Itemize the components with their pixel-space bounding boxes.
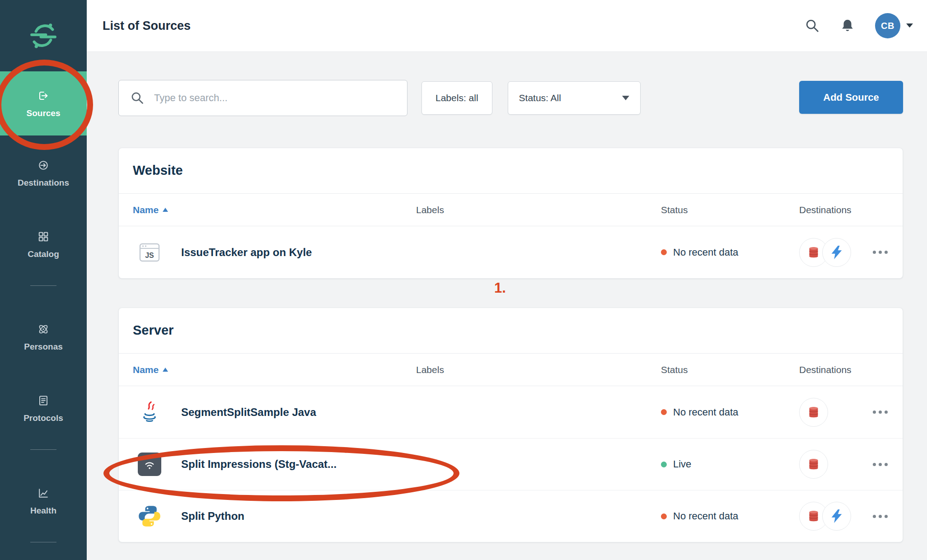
column-header-labels: Labels bbox=[416, 364, 661, 375]
column-header-status: Status bbox=[661, 364, 799, 375]
sidebar-item-catalog[interactable]: Catalog bbox=[0, 229, 87, 259]
notifications-button[interactable] bbox=[840, 18, 855, 33]
personas-atom-icon bbox=[36, 322, 51, 336]
status-text: No recent data bbox=[673, 406, 738, 418]
sort-ascending-icon bbox=[163, 208, 168, 212]
destinations-icon bbox=[36, 158, 51, 173]
table-row-split-impressions[interactable]: Split Impressions (Stg-Vacat... Live bbox=[119, 438, 903, 490]
bell-icon bbox=[840, 18, 855, 33]
protocols-document-icon bbox=[36, 393, 51, 408]
sidebar-divider bbox=[30, 542, 56, 542]
status-cell: No recent data bbox=[661, 247, 799, 258]
filters-toolbar: Labels: all Status: All Add Source bbox=[118, 80, 903, 116]
table-row-java[interactable]: SegmentSplitSample Java No recent data bbox=[119, 386, 903, 438]
source-name: IssueTracker app on Kyle bbox=[181, 246, 312, 259]
sidebar-item-label: Protocols bbox=[23, 413, 63, 423]
catalog-grid-icon bbox=[36, 229, 51, 244]
column-header-destinations: Destinations bbox=[799, 364, 889, 375]
health-chart-icon bbox=[36, 486, 51, 500]
status-dot-alert bbox=[661, 249, 667, 255]
source-name-cell: Split Impressions (Stg-Vacat... bbox=[133, 453, 416, 476]
segment-logo-icon bbox=[30, 22, 57, 49]
sidebar-divider bbox=[30, 285, 56, 286]
labels-filter-button[interactable]: Labels: all bbox=[421, 81, 492, 115]
column-header-labels: Labels bbox=[416, 205, 661, 215]
status-cell: Live bbox=[661, 458, 799, 470]
status-text: No recent data bbox=[673, 247, 738, 258]
status-cell: No recent data bbox=[661, 406, 799, 418]
section-title-server: Server bbox=[119, 308, 903, 353]
server-table-header: Name Labels Status Destinations bbox=[119, 353, 903, 386]
sidebar-item-sources[interactable]: Sources bbox=[0, 71, 87, 135]
search-box bbox=[118, 80, 407, 116]
sidebar-item-personas[interactable]: Personas bbox=[0, 322, 87, 352]
search-icon bbox=[805, 18, 820, 33]
row-more-button[interactable] bbox=[872, 458, 889, 471]
sidebar-item-label: Destinations bbox=[18, 178, 69, 188]
table-row-issuetracker[interactable]: JS IssueTracker app on Kyle No recent da… bbox=[119, 226, 903, 278]
sidebar-item-label: Health bbox=[30, 506, 56, 516]
search-button[interactable] bbox=[805, 18, 820, 33]
column-header-name[interactable]: Name bbox=[133, 205, 416, 215]
sidebar-item-protocols[interactable]: Protocols bbox=[0, 393, 87, 423]
status-dot-alert bbox=[661, 513, 667, 519]
chevron-down-icon[interactable] bbox=[906, 23, 913, 28]
status-dot-alert bbox=[661, 409, 667, 415]
sort-ascending-icon bbox=[163, 368, 168, 372]
status-filter-value: Status: All bbox=[519, 93, 561, 103]
status-filter-dropdown[interactable]: Status: All bbox=[508, 81, 641, 115]
column-header-status: Status bbox=[661, 205, 799, 215]
destinations-cell bbox=[799, 238, 889, 267]
header-actions: CB bbox=[805, 13, 913, 38]
avatar[interactable]: CB bbox=[875, 13, 900, 38]
source-name-cell: SegmentSplitSample Java bbox=[133, 401, 416, 424]
row-more-button[interactable] bbox=[872, 406, 889, 418]
server-section-card: Server Name Labels Status Destinations bbox=[118, 308, 903, 542]
source-name: Split Impressions (Stg-Vacat... bbox=[181, 458, 337, 471]
sidebar-divider bbox=[30, 449, 56, 450]
destination-red-database-icon[interactable] bbox=[799, 398, 828, 427]
sidebar: Sources Destinations Catalog bbox=[0, 0, 87, 560]
page-title: List of Sources bbox=[103, 19, 191, 33]
status-text: No recent data bbox=[673, 510, 738, 522]
user-menu[interactable]: CB bbox=[875, 13, 913, 38]
section-title-website: Website bbox=[119, 148, 903, 193]
destinations-cell bbox=[799, 450, 889, 479]
sidebar-item-label: Sources bbox=[27, 108, 61, 118]
search-icon bbox=[130, 91, 145, 105]
search-input[interactable] bbox=[118, 80, 407, 116]
sidebar-item-destinations[interactable]: Destinations bbox=[0, 158, 87, 188]
javascript-icon: JS bbox=[138, 241, 161, 264]
add-source-button[interactable]: Add Source bbox=[799, 81, 903, 114]
sidebar-item-health[interactable]: Health bbox=[0, 486, 87, 516]
main-area: List of Sources CB bbox=[87, 0, 927, 560]
sidebar-nav: Sources Destinations Catalog bbox=[0, 71, 87, 542]
destination-blue-bolt-icon[interactable] bbox=[822, 238, 851, 267]
java-icon bbox=[138, 401, 161, 424]
row-more-button[interactable] bbox=[872, 246, 889, 258]
source-name: SegmentSplitSample Java bbox=[181, 406, 316, 419]
website-table-header: Name Labels Status Destinations bbox=[119, 193, 903, 226]
row-more-button[interactable] bbox=[872, 510, 889, 523]
segment-logo[interactable] bbox=[0, 0, 87, 71]
destinations-cell bbox=[799, 398, 889, 427]
column-header-destinations: Destinations bbox=[799, 205, 889, 215]
wifi-icon bbox=[138, 453, 161, 476]
svg-text:JS: JS bbox=[145, 252, 154, 259]
table-row-split-python[interactable]: Split Python No recent data bbox=[119, 490, 903, 542]
source-name-cell: JS IssueTracker app on Kyle bbox=[133, 241, 416, 264]
column-header-name[interactable]: Name bbox=[133, 364, 416, 375]
destination-red-database-icon[interactable] bbox=[799, 450, 828, 479]
destination-blue-bolt-icon[interactable] bbox=[822, 502, 851, 531]
source-name-cell: Split Python bbox=[133, 504, 416, 528]
dropdown-caret-icon bbox=[622, 96, 629, 100]
destinations-cell bbox=[799, 502, 889, 531]
status-text: Live bbox=[673, 458, 691, 470]
app-root: Sources Destinations Catalog bbox=[0, 0, 927, 560]
sources-icon bbox=[36, 89, 51, 103]
source-name: Split Python bbox=[181, 510, 244, 523]
top-header: List of Sources CB bbox=[87, 0, 927, 52]
status-cell: No recent data bbox=[661, 510, 799, 522]
python-icon bbox=[138, 504, 161, 528]
sidebar-item-label: Catalog bbox=[28, 249, 59, 259]
